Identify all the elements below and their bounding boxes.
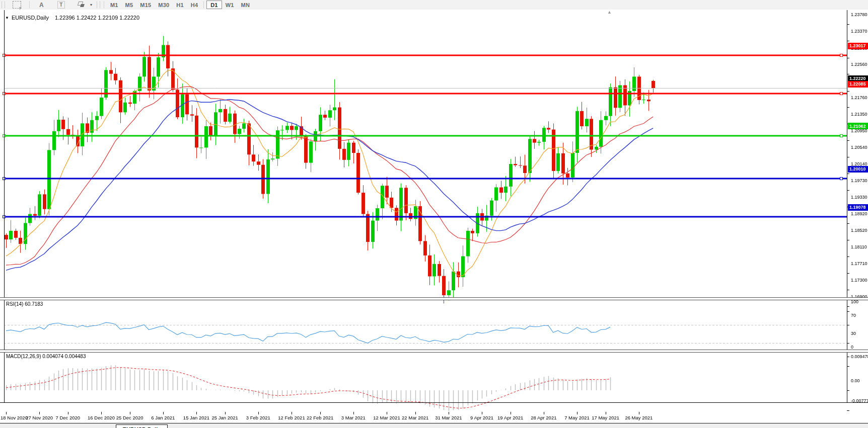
timeframe-buttons: M1M5M15M30H1H4D1W1MN bbox=[102, 1, 253, 9]
toolbar-grip[interactable] bbox=[2, 2, 5, 8]
price-badge: 1.20010 bbox=[848, 166, 868, 173]
toolbar-grip-2[interactable] bbox=[97, 2, 100, 8]
price-axis-label: 1.19730 bbox=[851, 178, 867, 183]
toolbar-separator bbox=[104, 2, 105, 8]
date-axis-label: 7 May 2021 bbox=[564, 415, 590, 420]
chart-tabs-bar: USDCHF,Daily|USDCNH,DailyEURUSD,DailyAUD… bbox=[0, 423, 868, 428]
date-axis-label: 3 Feb 2021 bbox=[246, 415, 270, 420]
date-axis-label: 15 Jan 2021 bbox=[183, 415, 209, 420]
templates-grid-icon: F bbox=[13, 1, 21, 9]
mt4-terminal: F A T ▾ M1M5M15M30H1H4D1W1MN ▼EURUSD,Dai… bbox=[0, 0, 868, 428]
tab-eurusd-daily[interactable]: EURUSD,Daily bbox=[116, 424, 168, 428]
timeframe-button-h4[interactable]: H4 bbox=[187, 1, 201, 9]
rsi-axis-label: 30 bbox=[851, 331, 856, 336]
chart-shift-marker-icon[interactable]: ▲ bbox=[607, 10, 612, 15]
shapes-tool-icon bbox=[78, 2, 85, 8]
price-axis-label: 1.19330 bbox=[851, 195, 867, 200]
chart-toolbar: F A T ▾ M1M5M15M30H1H4D1W1MN bbox=[0, 0, 868, 10]
shapes-tool-button[interactable] bbox=[71, 1, 90, 9]
timeframe-button-m1[interactable]: M1 bbox=[107, 1, 122, 9]
price-axis-label: 1.20540 bbox=[851, 145, 867, 150]
rsi-value: 60.7183 bbox=[25, 301, 43, 307]
tab-xauusd-h1[interactable]: XAUUSD,H1 bbox=[273, 425, 318, 428]
date-axis-label: 26 May 2021 bbox=[625, 415, 653, 420]
toolbar-separator bbox=[203, 2, 204, 8]
date-axis-label: 7 Dec 2020 bbox=[56, 415, 81, 420]
chart-canvas[interactable] bbox=[0, 10, 868, 428]
templates-tool-button[interactable]: F bbox=[7, 1, 27, 9]
date-axis-label: 17 May 2021 bbox=[592, 415, 619, 420]
price-axis-label: 1.17710 bbox=[851, 261, 867, 266]
main-rsi-splitter[interactable] bbox=[0, 297, 868, 300]
timeframe-button-m30[interactable]: M30 bbox=[155, 1, 173, 9]
timeframe-button-w1[interactable]: W1 bbox=[222, 1, 238, 9]
rsi-macd-splitter[interactable] bbox=[0, 350, 868, 353]
macd-axis-label: 0.009478 bbox=[851, 354, 868, 359]
rsi-axis-label: 0 bbox=[851, 345, 853, 350]
collapse-indicator-icon[interactable]: ▼ bbox=[5, 16, 9, 20]
price-axis-label: 1.21350 bbox=[851, 112, 867, 117]
chart-ohlc-values: 1.22396 1.22422 1.22109 1.22220 bbox=[55, 15, 139, 21]
date-axis-label: 22 Mar 2021 bbox=[402, 415, 428, 420]
font-tool-icon: A bbox=[39, 2, 44, 9]
timeframe-button-m5[interactable]: M5 bbox=[122, 1, 137, 9]
price-badge: 1.23017 bbox=[848, 43, 868, 49]
price-axis-label: 1.21760 bbox=[851, 95, 867, 100]
toolbar-separator bbox=[29, 2, 30, 8]
date-axis-label: 28 Apr 2021 bbox=[531, 415, 556, 420]
macd-name: MACD(12,26,9) bbox=[6, 354, 41, 359]
macd-values: 0.004074 0.004483 bbox=[42, 354, 86, 359]
date-axis-label: 27 Nov 2020 bbox=[26, 415, 53, 420]
text-tool-icon: T bbox=[57, 1, 65, 9]
date-axis-label: 25 Jan 2021 bbox=[212, 415, 238, 420]
date-axis-label: 12 Mar 2021 bbox=[373, 415, 400, 420]
tab-usoil-h4[interactable]: USOil,H4 bbox=[321, 425, 357, 428]
date-axis-label: 16 Dec 2020 bbox=[88, 415, 115, 420]
rsi-axis-label: 70 bbox=[851, 313, 856, 318]
price-axis-label: 1.17300 bbox=[851, 278, 867, 283]
date-axis-label: 3 Mar 2021 bbox=[341, 415, 366, 420]
tab-usdcad-daily[interactable]: USDCAD,Daily bbox=[221, 425, 271, 428]
tab-usdchf-daily[interactable]: USDCHF,Daily bbox=[13, 425, 62, 428]
date-axis-label: 19 Apr 2021 bbox=[497, 415, 523, 420]
tab-audusd-daily[interactable]: AUDUSD,Daily bbox=[168, 425, 218, 428]
price-axis-label: 1.18110 bbox=[851, 244, 867, 249]
date-axis-label: 18 Nov 2020 bbox=[1, 415, 28, 420]
shapes-dropdown-caret-icon[interactable]: ▾ bbox=[90, 3, 92, 7]
date-axis-label: 9 Apr 2021 bbox=[470, 415, 493, 420]
price-axis-label: 1.22560 bbox=[851, 62, 867, 67]
date-axis-label: 22 Feb 2021 bbox=[307, 415, 333, 420]
price-badge: 1.19078 bbox=[848, 204, 868, 211]
price-axis-label: 1.23780 bbox=[851, 12, 867, 17]
chart-symbol-label: EURUSD,Daily bbox=[12, 15, 49, 21]
timeframe-button-mn[interactable]: MN bbox=[238, 1, 254, 9]
price-axis-label: 1.23370 bbox=[851, 29, 867, 34]
font-tool-button[interactable]: A bbox=[32, 1, 51, 9]
timeframe-button-h1[interactable]: H1 bbox=[173, 1, 187, 9]
price-axis-label: 1.18920 bbox=[851, 211, 867, 216]
date-axis-label: 6 Jan 2021 bbox=[151, 415, 175, 420]
rsi-name: RSI(14) bbox=[6, 301, 23, 307]
timeframe-button-m15[interactable]: M15 bbox=[136, 1, 155, 9]
chart-title: ▼EURUSD,Daily1.22396 1.22422 1.22109 1.2… bbox=[5, 15, 139, 21]
plot-left-border bbox=[4, 10, 5, 403]
macd-axis-label: 0.00 bbox=[851, 378, 860, 383]
rsi-indicator-label: RSI(14) 60.7183 bbox=[6, 301, 43, 307]
macd-indicator-label: MACD(12,26,9) 0.004074 0.004483 bbox=[6, 354, 86, 359]
timeframe-button-d1[interactable]: D1 bbox=[206, 1, 222, 9]
date-axis-label: 31 Mar 2021 bbox=[435, 415, 462, 420]
date-axis-label: 12 Feb 2021 bbox=[278, 415, 305, 420]
tab-usdcnh-daily[interactable]: USDCNH,Daily bbox=[65, 425, 116, 428]
date-axis-label: 25 Dec 2020 bbox=[116, 415, 143, 420]
xaxis-line bbox=[0, 402, 868, 403]
chart-window: ▼EURUSD,Daily1.22396 1.22422 1.22109 1.2… bbox=[0, 10, 868, 428]
price-badge: 1.22085 bbox=[848, 81, 868, 88]
text-tool-button[interactable]: T bbox=[51, 1, 71, 9]
price-badge: 1.21062 bbox=[848, 123, 868, 129]
price-axis-border bbox=[847, 10, 847, 403]
price-axis-label: 1.18520 bbox=[851, 228, 867, 233]
